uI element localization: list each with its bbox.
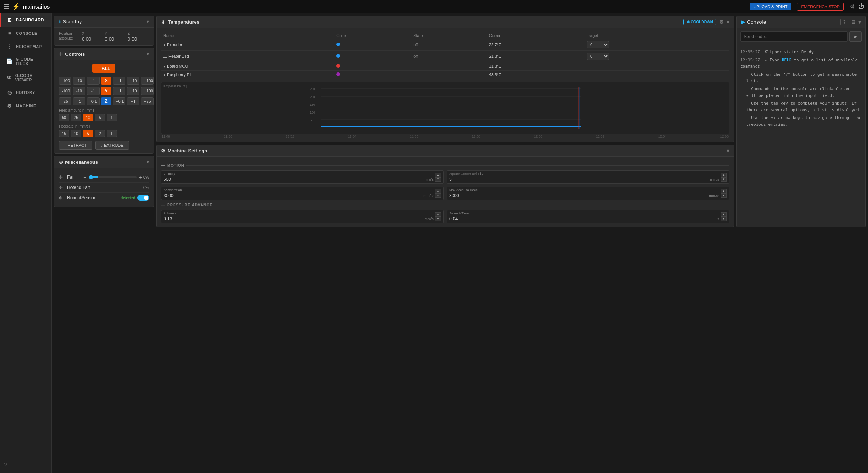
console-time-1: 12:05:27: [740, 50, 760, 54]
sidebar-item-history[interactable]: ◷ HISTORY: [0, 86, 51, 99]
console-send-button[interactable]: ➤: [849, 31, 862, 42]
standby-collapse-icon[interactable]: ▾: [147, 19, 149, 24]
advance-down[interactable]: ▼: [435, 217, 441, 221]
sidebar-help-icon[interactable]: ?: [0, 458, 51, 473]
smooth-time-input[interactable]: [449, 216, 716, 222]
z-pos25-btn[interactable]: +25: [141, 97, 154, 105]
console-text-3[interactable]: - Click on the "?" button to get a searc…: [746, 72, 857, 84]
hamburger-icon[interactable]: ☰: [4, 3, 9, 10]
sq-corner-input[interactable]: [449, 177, 709, 182]
sidebar-item-gcode-files[interactable]: 📄 G-CODE FILES: [0, 53, 51, 70]
velocity-unit: mm/s: [425, 178, 434, 182]
smooth-time-down[interactable]: ▼: [721, 217, 727, 221]
x-pos10-btn[interactable]: +10: [127, 77, 139, 85]
console-text-1[interactable]: Klipper state: Ready: [765, 50, 814, 54]
y-neg1-btn[interactable]: -1: [87, 87, 100, 95]
cooldown-button[interactable]: ❄ COOLDOWN: [683, 19, 716, 25]
emergency-stop-button[interactable]: EMERGENCY STOP: [797, 3, 844, 11]
z-home-btn[interactable]: Z: [101, 97, 111, 105]
sq-corner-up[interactable]: ▲: [721, 173, 727, 177]
feedrate-label: Feedrate in [mm/s]: [59, 124, 149, 128]
temps-gear-icon[interactable]: ⚙: [719, 19, 724, 25]
velocity-field: Velocity mm/s ▲ ▼: [161, 170, 444, 184]
x-neg100-btn[interactable]: -100: [59, 77, 71, 85]
accel-up[interactable]: ▲: [435, 189, 441, 193]
temp-target-select-0[interactable]: 0: [587, 41, 609, 48]
upload-print-button[interactable]: UPLOAD & PRINT: [750, 3, 791, 10]
gcode-files-icon: 📄: [6, 58, 13, 64]
sidebar-item-dashboard[interactable]: ⊞ DASHBOARD: [0, 13, 51, 27]
fan-slider[interactable]: [89, 176, 137, 178]
retract-button[interactable]: ↑ RETRACT: [59, 141, 92, 150]
console-filter-icon[interactable]: ⊟: [851, 19, 855, 25]
velocity-down[interactable]: ▼: [435, 177, 441, 182]
feed-5[interactable]: 5: [95, 114, 105, 121]
feedrate-2[interactable]: 2: [95, 130, 105, 137]
feed-10[interactable]: 10: [83, 114, 93, 121]
extrude-button[interactable]: ↓ EXTRUDE: [95, 141, 129, 150]
z-neg01-btn[interactable]: -0.1: [87, 97, 100, 105]
sidebar-item-console[interactable]: ≡ CONSOLE: [0, 27, 51, 40]
temps-collapse-icon[interactable]: ▾: [727, 19, 729, 25]
console-header-left: ▶ Console: [741, 19, 766, 25]
y-pos10-btn[interactable]: +10: [127, 87, 139, 95]
y-pos1-btn[interactable]: +1: [113, 87, 125, 95]
sq-corner-down[interactable]: ▼: [721, 177, 727, 182]
velocity-up[interactable]: ▲: [435, 173, 441, 177]
feedrate-15[interactable]: 15: [59, 130, 69, 137]
feedrate-5[interactable]: 5: [83, 130, 93, 137]
all-button[interactable]: ⌂ ALL: [92, 64, 116, 73]
x-pos100-btn[interactable]: +100: [141, 77, 154, 85]
temp-row-2: ●Board MCU31.8°C: [161, 62, 729, 71]
z-pos1-btn[interactable]: +1: [127, 97, 139, 105]
fan-minus[interactable]: −: [82, 174, 87, 180]
velocity-input[interactable]: [164, 177, 423, 182]
max-accel-down[interactable]: ▼: [721, 193, 727, 198]
fan-plus[interactable]: +: [138, 174, 143, 180]
z-neg25-btn[interactable]: -25: [59, 97, 71, 105]
y-pos100-btn[interactable]: +100: [141, 87, 154, 95]
position-row: Position absolute X 0.00 Y 0.00 Z: [59, 31, 149, 42]
accel-down[interactable]: ▼: [435, 193, 441, 198]
feed-50[interactable]: 50: [59, 114, 69, 121]
x-neg1-btn[interactable]: -1: [87, 77, 100, 85]
runout-toggle[interactable]: [137, 195, 149, 201]
sidebar-label-heightmap: HEIGHTMAP: [16, 44, 42, 49]
help-keyword[interactable]: HELP: [782, 58, 792, 62]
y-neg10-btn[interactable]: -10: [73, 87, 85, 95]
temp-target-select-1[interactable]: 0: [587, 53, 609, 60]
machine-settings-collapse-icon[interactable]: ▾: [727, 148, 729, 153]
feedrate-1[interactable]: 1: [107, 130, 117, 137]
power-icon[interactable]: ⏻: [858, 3, 864, 10]
advance-input[interactable]: [164, 216, 423, 222]
z-pos01-btn[interactable]: +0.1: [113, 97, 125, 105]
max-accel-input[interactable]: [449, 193, 707, 198]
misc-collapse-icon[interactable]: ▾: [147, 159, 149, 165]
console-text-4[interactable]: - Commands in the console are clickable …: [746, 87, 852, 98]
console-help-icon[interactable]: ?: [840, 19, 848, 25]
console-text-5[interactable]: - Use the tab key to complete your input…: [746, 101, 861, 112]
z-neg1-btn[interactable]: -1: [73, 97, 85, 105]
feed-1[interactable]: 1: [107, 114, 117, 121]
settings-icon[interactable]: ⚙: [850, 3, 855, 10]
advance-unit: mm/s: [425, 217, 434, 221]
advance-up[interactable]: ▲: [435, 212, 441, 217]
smooth-time-up[interactable]: ▲: [721, 212, 727, 217]
console-text-6[interactable]: - Use the ↑↓ arrow keys to navigate thro…: [746, 115, 861, 127]
feed-25[interactable]: 25: [71, 114, 81, 121]
x-pos1-btn[interactable]: +1: [113, 77, 125, 85]
max-accel-up[interactable]: ▲: [721, 189, 727, 193]
x-home-btn[interactable]: X: [101, 77, 111, 85]
sidebar-item-machine[interactable]: ⚙ MACHINE: [0, 99, 51, 112]
console-input[interactable]: [740, 31, 848, 42]
y-neg100-btn[interactable]: -100: [59, 87, 71, 95]
accel-input[interactable]: [164, 193, 422, 198]
sidebar-item-gcode-viewer[interactable]: 3D G-CODE VIEWER: [0, 70, 51, 86]
console-line-4: - Commands in the console are clickable …: [740, 86, 862, 99]
console-collapse-icon[interactable]: ▾: [858, 19, 861, 25]
feedrate-10[interactable]: 10: [71, 130, 81, 137]
controls-collapse-icon[interactable]: ▾: [147, 51, 149, 57]
y-home-btn[interactable]: Y: [101, 87, 111, 95]
sidebar-item-heightmap[interactable]: ⋮ HEIGHTMAP: [0, 40, 51, 53]
x-neg10-btn[interactable]: -10: [73, 77, 85, 85]
